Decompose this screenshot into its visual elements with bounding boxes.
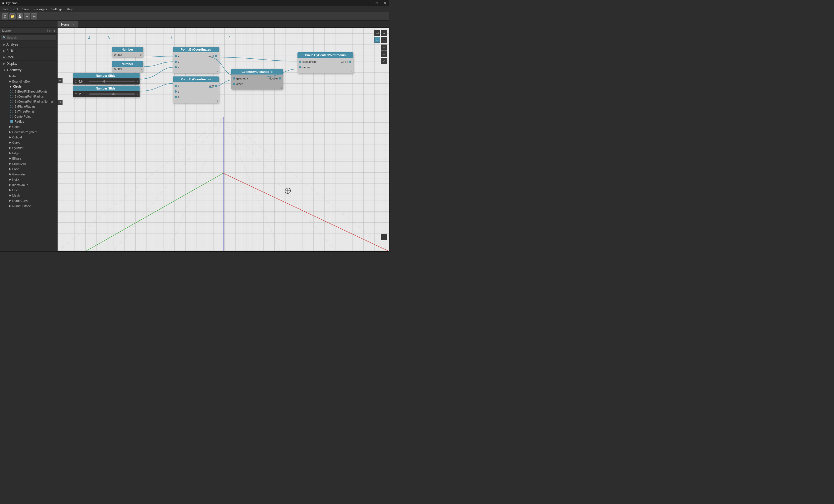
tab-home[interactable]: Home* ✕ bbox=[58, 21, 78, 27]
sidebar-item-builtin[interactable]: ▶ Builtin bbox=[0, 48, 57, 54]
zoom-plus-button[interactable]: + bbox=[381, 44, 387, 50]
port-z-in[interactable] bbox=[175, 66, 177, 68]
sidebar-item-centerpoint[interactable]: CenterPoint bbox=[0, 114, 57, 119]
slider-1-track[interactable] bbox=[89, 81, 135, 82]
arrow-icon: ▶ bbox=[9, 146, 11, 150]
port-geometry-in[interactable] bbox=[233, 77, 235, 80]
sidebar-item-coordinatesystem[interactable]: ▶ CoordinateSystem bbox=[0, 129, 57, 135]
close-button[interactable]: ✕ bbox=[381, 0, 389, 6]
right-toolbar: ⏎ ☁ ☰ ⊞ bbox=[374, 30, 387, 43]
port-point-out[interactable] bbox=[215, 55, 217, 57]
number-node-1-input[interactable]: 0.000 > bbox=[112, 52, 143, 57]
sidebar-item-edge[interactable]: ▶ Edge bbox=[0, 150, 57, 156]
zoom-minus-button[interactable]: − bbox=[381, 51, 387, 57]
point-1-body: x Point y z i bbox=[173, 52, 219, 73]
grid-view-button[interactable]: ⊞ bbox=[381, 37, 387, 43]
menu-bar: File Edit View Packages Settings Help bbox=[0, 6, 389, 12]
canvas-area[interactable]: 4 3 1 2 Number 0.000 > Number 0.000 > Nu… bbox=[58, 28, 389, 251]
slider-2-thumb[interactable] bbox=[112, 93, 114, 95]
zoom-fit-button[interactable]: ⤢ bbox=[381, 58, 387, 64]
slider-1-thumb[interactable] bbox=[103, 80, 105, 83]
port-radius-in[interactable] bbox=[299, 66, 301, 68]
port2-y-in[interactable] bbox=[175, 90, 177, 92]
sidebar-item-boundingbox[interactable]: ▶ BoundingBox bbox=[0, 79, 57, 84]
port-x-in[interactable] bbox=[175, 55, 177, 57]
sidebar-item-bycenterpoint-normal[interactable]: ByCenterPointRadiusNormal bbox=[0, 99, 57, 104]
port2-x-in[interactable] bbox=[175, 85, 177, 87]
sidebar-item-nurbssurface[interactable]: ▶ NurbsSurface bbox=[0, 203, 57, 209]
sidebar-item-arc[interactable]: ▶ Arc bbox=[0, 73, 57, 79]
navigate-back-button[interactable]: ⏎ bbox=[374, 30, 380, 36]
minimize-button[interactable]: ─ bbox=[364, 0, 373, 6]
menu-view[interactable]: View bbox=[20, 7, 31, 12]
open-button[interactable]: 📁 bbox=[9, 13, 16, 19]
sidebar-item-bycenterpoint[interactable]: ByCenterPointRadius bbox=[0, 94, 57, 99]
redo-button[interactable]: ↪ bbox=[31, 13, 37, 19]
port-center-in[interactable] bbox=[299, 61, 301, 63]
sidebar-item-byplane[interactable]: ByPlaneRadius bbox=[0, 104, 57, 109]
number-arrow-1[interactable]: > bbox=[140, 53, 142, 57]
maximize-button[interactable]: □ bbox=[373, 0, 381, 6]
port-y-in[interactable] bbox=[175, 61, 177, 63]
sidebar-item-cylinder[interactable]: ▶ Cylinder bbox=[0, 145, 57, 150]
sidebar-item-core[interactable]: ▶ Core bbox=[0, 54, 57, 61]
sidebar-item-helix[interactable]: ▶ Helix bbox=[0, 177, 57, 182]
list-view-button[interactable]: ☰ bbox=[374, 37, 380, 43]
save-button[interactable]: 💾 bbox=[17, 13, 23, 19]
slider-2-collapse-icon[interactable]: ⊙ bbox=[74, 92, 77, 96]
port-double-out[interactable] bbox=[279, 77, 281, 80]
port2-point-out[interactable] bbox=[215, 85, 217, 87]
sidebar-item-geometry2[interactable]: ▶ Geometry bbox=[0, 172, 57, 177]
slider-2-end[interactable]: > bbox=[136, 93, 138, 96]
number-node-2-input[interactable]: 0.000 > bbox=[112, 67, 143, 72]
sidebar-item-ellipse[interactable]: ▶ Ellipse bbox=[0, 156, 57, 161]
sidebar-item-label: BoundingBox bbox=[12, 80, 30, 83]
point-2-bottom-info: i bbox=[173, 100, 219, 102]
menu-edit[interactable]: Edit bbox=[10, 7, 20, 12]
port-circle-out[interactable] bbox=[349, 61, 351, 63]
sidebar-item-geometry[interactable]: ▼ Geometry bbox=[0, 67, 57, 73]
window-controls: ─ □ ✕ bbox=[364, 0, 389, 6]
slider-1-collapse-icon[interactable]: ⊙ bbox=[74, 80, 77, 83]
port-y-label: y bbox=[178, 60, 217, 63]
point-2-info-icon: i bbox=[217, 100, 219, 102]
sidebar-item-ellipsearc[interactable]: ▶ EllipseArc bbox=[0, 161, 57, 166]
sidebar-item-indexgroup[interactable]: ▶ IndexGroup bbox=[0, 182, 57, 188]
sidebar-item-curve[interactable]: ▶ Curve bbox=[0, 140, 57, 145]
circle-bottom-info: i bbox=[298, 70, 353, 72]
slider-1-end[interactable]: > bbox=[136, 80, 138, 83]
slider-2-track[interactable] bbox=[89, 93, 135, 95]
search-input[interactable] bbox=[1, 35, 56, 40]
number-arrow-2[interactable]: > bbox=[140, 68, 142, 71]
new-button[interactable]: 🗋 bbox=[2, 13, 8, 19]
sidebar-item-bythree[interactable]: ByThreePoints bbox=[0, 109, 57, 114]
sidebar-item-mesh[interactable]: ▶ Mesh bbox=[0, 193, 57, 198]
number-value-1: 0.000 bbox=[113, 53, 140, 57]
zoom-controls: + − ⤢ bbox=[381, 44, 387, 64]
sidebar-item-line[interactable]: ▶ Line bbox=[0, 188, 57, 193]
menu-help[interactable]: Help bbox=[65, 7, 75, 12]
distance-header: Geometry.DistanceTo bbox=[231, 69, 283, 74]
undo-button[interactable]: ↩ bbox=[24, 13, 30, 19]
sidebar-item-label: Mesh bbox=[12, 194, 20, 197]
menu-settings[interactable]: Settings bbox=[49, 7, 65, 12]
canvas-label-1: 1 bbox=[170, 36, 172, 40]
menu-file[interactable]: File bbox=[1, 7, 10, 12]
sidebar-item-face[interactable]: ▶ Face bbox=[0, 166, 57, 172]
tab-close-icon[interactable]: ✕ bbox=[72, 23, 74, 26]
cloud-button[interactable]: ☁ bbox=[381, 30, 387, 36]
sidebar-item-nurbscurve[interactable]: ▶ NurbsCurve bbox=[0, 198, 57, 203]
port-other-in[interactable] bbox=[233, 83, 235, 85]
sidebar-item-radius[interactable]: ✓ Radius bbox=[0, 119, 57, 124]
sidebar-item-cone[interactable]: ▶ Cone bbox=[0, 124, 57, 129]
port2-z-in[interactable] bbox=[175, 96, 177, 98]
sidebar-item-bybestfit[interactable]: ByBestFitThroughPoints bbox=[0, 89, 57, 94]
sidebar-item-display[interactable]: ▶ Display bbox=[0, 61, 57, 67]
arrow-icon: ▶ bbox=[9, 178, 11, 181]
sidebar-item-cuboid[interactable]: ▶ Cuboid bbox=[0, 135, 57, 140]
menu-packages[interactable]: Packages bbox=[31, 7, 49, 12]
sidebar-item-analyze[interactable]: ▶ Analyze bbox=[0, 41, 57, 48]
sidebar-item-circle[interactable]: ▼ Circle bbox=[0, 84, 57, 89]
distance-info-icon: i bbox=[281, 87, 283, 89]
sidebar-item-label: Core bbox=[6, 55, 14, 59]
